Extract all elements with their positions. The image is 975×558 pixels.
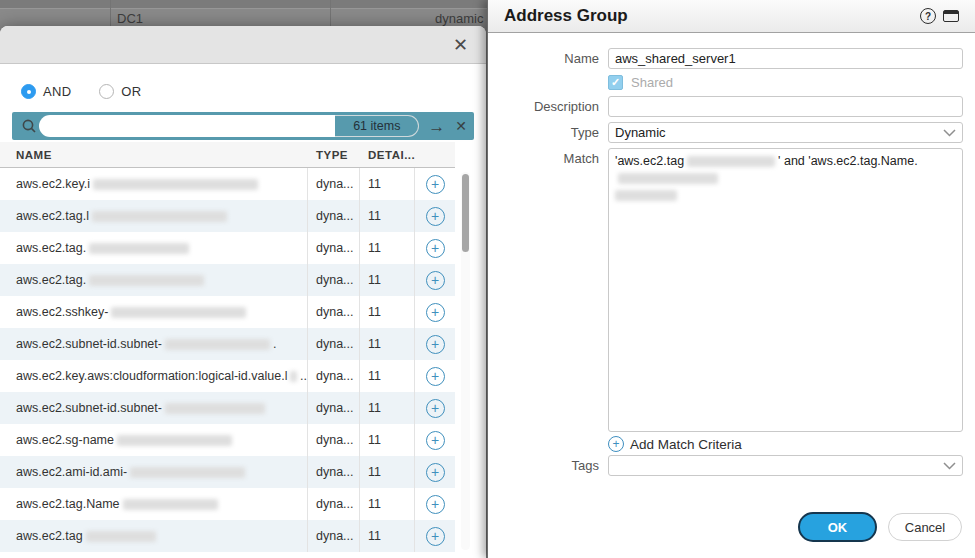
add-item-icon[interactable]: + [426, 239, 445, 258]
row-name-cell: aws.ec2.key.aws:cloudformation:logical-i… [0, 360, 308, 392]
match-text-1: 'aws.ec2.tag [615, 154, 684, 168]
apply-search-arrow-icon[interactable]: → [428, 118, 445, 135]
column-header-detail[interactable]: DETAI... [360, 149, 420, 161]
add-item-icon[interactable]: + [426, 175, 445, 194]
row-detail: 11 [360, 200, 415, 232]
row-name-cell: aws.ec2.subnet-id.subnet- [0, 392, 308, 424]
row-plus-cell: + [415, 232, 455, 264]
row-plus-cell: + [415, 360, 455, 392]
redacted-text [89, 243, 189, 254]
row-name-cell: aws.ec2.ami-id.ami- [0, 456, 308, 488]
add-item-icon[interactable]: + [426, 495, 445, 514]
chevron-down-icon [943, 129, 956, 137]
row-name-cell: aws.ec2.tag. [0, 232, 308, 264]
table-row[interactable]: aws.ec2.sshkey- dyna... 11 + [0, 296, 455, 328]
row-type: dyna... [308, 200, 360, 232]
type-select[interactable]: Dynamic [608, 122, 963, 143]
add-item-icon[interactable]: + [426, 367, 445, 386]
row-name-text: aws.ec2.tag. [16, 241, 86, 255]
scrollbar-thumb[interactable] [462, 174, 469, 252]
table-row[interactable]: aws.ec2.tag. dyna... 11 + [0, 264, 455, 296]
add-item-icon[interactable]: + [426, 399, 445, 418]
row-name-cell: aws.ec2.key.i [0, 168, 308, 200]
or-radio[interactable]: OR [99, 84, 141, 99]
add-item-icon[interactable]: + [426, 207, 445, 226]
match-criteria-dialog: ✕ AND OR 61 items → ✕ NAME TYPE DETAI.. [0, 26, 486, 558]
search-input[interactable] [39, 115, 335, 137]
row-name-text: aws.ec2.tag.l [16, 209, 89, 223]
row-name-cell: aws.ec2.tag.Name [0, 488, 308, 520]
window-icon[interactable] [943, 10, 959, 22]
row-detail: 11 [360, 456, 415, 488]
row-type: dyna... [308, 296, 360, 328]
row-name-text: aws.ec2.subnet-id.subnet- [16, 401, 162, 415]
match-line-2 [615, 187, 956, 204]
redacted-text [687, 156, 775, 167]
row-detail: 11 [360, 296, 415, 328]
shared-checkbox[interactable]: ✓ [608, 75, 623, 90]
redacted-text [615, 190, 677, 201]
row-type: dyna... [308, 232, 360, 264]
row-detail: 11 [360, 328, 415, 360]
redacted-text [130, 467, 245, 478]
row-type: dyna... [308, 168, 360, 200]
row-plus-cell: + [415, 200, 455, 232]
items-count-badge: 61 items [335, 115, 419, 137]
add-item-icon[interactable]: + [426, 527, 445, 546]
table-row[interactable]: aws.ec2.tag dyna... 11 + [0, 520, 455, 552]
row-type: dyna... [308, 392, 360, 424]
description-field[interactable] [608, 96, 963, 117]
ok-button[interactable]: OK [798, 512, 877, 542]
table-row[interactable]: aws.ec2.ami-id.ami- dyna... 11 + [0, 456, 455, 488]
and-radio[interactable]: AND [21, 84, 71, 99]
dialog-header: ✕ [0, 26, 486, 64]
table-row[interactable]: aws.ec2.tag.Name dyna... 11 + [0, 488, 455, 520]
row-name-cell: aws.ec2.tag. [0, 264, 308, 296]
table-row[interactable]: aws.ec2.subnet-id.subnet- dyna... 11 + [0, 392, 455, 424]
row-name-text: aws.ec2.key.i [16, 177, 90, 191]
description-label: Description [488, 99, 599, 114]
row-detail: 11 [360, 360, 415, 392]
row-plus-cell: + [415, 264, 455, 296]
add-item-icon[interactable]: + [426, 303, 445, 322]
column-header-type[interactable]: TYPE [308, 149, 360, 161]
redacted-text [618, 173, 718, 184]
add-item-icon[interactable]: + [426, 271, 445, 290]
row-name-text: aws.ec2.sg-name [16, 433, 114, 447]
match-line-1: 'aws.ec2.tag' and 'aws.ec2.tag.Name. [615, 153, 956, 187]
match-textarea[interactable]: 'aws.ec2.tag' and 'aws.ec2.tag.Name. [608, 148, 963, 432]
address-group-panel: Address Group ? Name ✓ Shared Descriptio… [487, 0, 975, 558]
column-header-name[interactable]: NAME [0, 149, 308, 161]
cancel-button[interactable]: Cancel [888, 513, 962, 541]
redacted-text [165, 339, 270, 350]
shared-checkbox-row: ✓ Shared [608, 75, 673, 90]
row-name-text: aws.ec2.subnet-id.subnet- [16, 337, 162, 351]
row-name-suffix: .. [300, 369, 307, 383]
table-row[interactable]: aws.ec2.key.aws:cloudformation:logical-i… [0, 360, 455, 392]
add-item-icon[interactable]: + [426, 335, 445, 354]
row-plus-cell: + [415, 456, 455, 488]
name-field[interactable] [608, 48, 963, 69]
table-row[interactable]: aws.ec2.key.i dyna... 11 + [0, 168, 455, 200]
redacted-text [165, 403, 265, 414]
help-icon[interactable]: ? [920, 8, 936, 24]
row-detail: 11 [360, 232, 415, 264]
table-row[interactable]: aws.ec2.sg-name dyna... 11 + [0, 424, 455, 456]
close-icon[interactable]: ✕ [453, 34, 468, 56]
add-item-icon[interactable]: + [426, 463, 445, 482]
row-detail: 11 [360, 264, 415, 296]
table-row[interactable]: aws.ec2.tag.l dyna... 11 + [0, 200, 455, 232]
or-radio-label: OR [121, 84, 141, 99]
table-row[interactable]: aws.ec2.subnet-id.subnet-. dyna... 11 + [0, 328, 455, 360]
clear-search-icon[interactable]: ✕ [455, 118, 467, 134]
redacted-text [290, 371, 297, 382]
search-bar: 61 items → ✕ [12, 112, 474, 140]
table-row[interactable]: aws.ec2.tag. dyna... 11 + [0, 232, 455, 264]
row-type: dyna... [308, 424, 360, 456]
row-name-cell: aws.ec2.sg-name [0, 424, 308, 456]
add-match-criteria-button[interactable]: + Add Match Criteria [608, 436, 742, 452]
search-icon [19, 118, 39, 134]
add-item-icon[interactable]: + [426, 431, 445, 450]
tags-select[interactable] [608, 455, 963, 476]
row-name-cell: aws.ec2.tag [0, 520, 308, 552]
